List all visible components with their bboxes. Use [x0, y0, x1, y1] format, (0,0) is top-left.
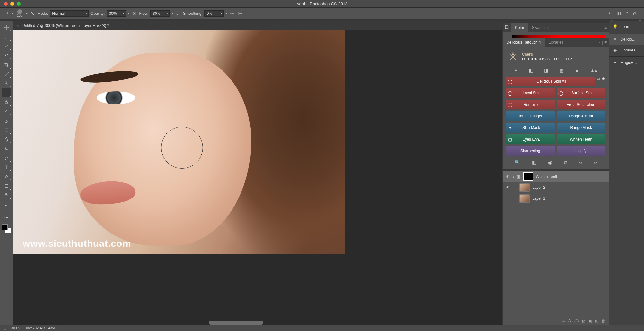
magicr-panel-item[interactable]: ✦MagicR...	[609, 57, 644, 68]
libraries-tab[interactable]: Libraries	[545, 38, 567, 47]
status-arrow-icon[interactable]: ›	[59, 326, 61, 330]
color-swatches[interactable]	[2, 224, 11, 233]
link-layers-icon[interactable]: ⇔	[562, 319, 565, 323]
dr-people-icon[interactable]: ▲▴	[590, 68, 597, 73]
dr-next-icon[interactable]: ››	[594, 160, 597, 165]
layer-mask-icon[interactable]: ◯	[574, 319, 579, 323]
layer-name[interactable]: Layer 1	[532, 196, 545, 201]
blur-tool[interactable]	[2, 135, 11, 143]
flow-input[interactable]: 30%	[150, 10, 170, 17]
dr-zoom-icon[interactable]: 🔍	[514, 160, 520, 165]
layer-expand-icon[interactable]: ›	[513, 174, 514, 179]
layer-name[interactable]: Layer 2	[532, 185, 545, 190]
tone-changer-button[interactable]: Tone Changer	[506, 111, 555, 121]
type-tool[interactable]	[2, 163, 11, 171]
path-select-tool[interactable]	[2, 172, 11, 181]
brush-tool-selected[interactable]	[2, 88, 11, 97]
dr-menu-icon[interactable]: ›› | ≡	[599, 40, 607, 45]
delicious-skin-button[interactable]: ◯Delicious Skin v4	[506, 77, 595, 86]
delete-layer-icon[interactable]: 🗑	[601, 319, 605, 323]
clone-stamp-tool[interactable]	[2, 98, 11, 106]
dr-layers-icon[interactable]: ⧉	[564, 160, 567, 165]
layer-thumb[interactable]	[519, 183, 530, 192]
adjustment-layer-icon[interactable]: ◐	[582, 319, 585, 323]
color-panel-icon[interactable]	[503, 25, 511, 30]
pressure-size-icon[interactable]	[237, 11, 243, 16]
eyedropper-tool[interactable]	[2, 70, 11, 78]
dodge-burn-button[interactable]: Dodge & Burn	[557, 111, 606, 121]
color-ramp[interactable]	[512, 35, 605, 38]
layer-mask-thumb[interactable]	[523, 172, 533, 181]
tool-preset-dropdown[interactable]: ▾	[12, 12, 13, 15]
layer-visibility-icon[interactable]: 👁	[505, 185, 510, 190]
fullscreen-window-button[interactable]	[17, 2, 21, 6]
smoothing-input[interactable]: 0%	[204, 10, 224, 17]
range-mask-button[interactable]: Range Mask	[557, 123, 606, 133]
brush-panel-icon[interactable]	[30, 11, 35, 16]
eraser-tool[interactable]	[2, 116, 11, 125]
liquify-button[interactable]: Liquify	[557, 146, 606, 156]
panel-menu-icon[interactable]: ≡	[604, 25, 607, 30]
zoom-level[interactable]: 300%	[11, 326, 20, 330]
skin-mask-button[interactable]: ✦Skin Mask	[506, 123, 555, 133]
dr-compare-icon[interactable]: ◧	[532, 160, 536, 165]
skin-settings-icon[interactable]: ⚙	[602, 77, 605, 86]
lasso-tool[interactable]	[2, 42, 11, 50]
dr-prev-icon[interactable]: ‹‹	[579, 160, 582, 165]
freq-separation-button[interactable]: Freq. Separation	[557, 100, 606, 109]
canvas-viewport[interactable]: www.sieuthuthuat.com	[13, 30, 502, 325]
libraries-panel-item[interactable]: ◉Libraries	[609, 45, 644, 56]
search-icon[interactable]	[606, 11, 611, 16]
healing-tool[interactable]	[2, 79, 11, 87]
share-icon[interactable]	[632, 11, 638, 16]
new-group-icon[interactable]: ▣	[588, 319, 592, 323]
airbrush-icon[interactable]	[175, 11, 181, 16]
pressure-opacity-icon[interactable]	[131, 11, 137, 16]
history-brush-tool[interactable]	[2, 107, 11, 115]
layer-name[interactable]: Whiten Teeth	[536, 174, 558, 179]
minimize-window-button[interactable]	[10, 2, 14, 6]
shape-tool[interactable]	[2, 182, 11, 190]
collapse-strip-left[interactable]: ‹‹ ‹‹ ›› ‹‹	[0, 19, 644, 21]
gradient-tool[interactable]	[2, 126, 11, 134]
dodge-tool[interactable]	[2, 144, 11, 153]
crop-tool[interactable]	[2, 60, 11, 69]
zoom-tool[interactable]	[2, 200, 11, 209]
brush-picker-dropdown[interactable]: ▾	[26, 12, 28, 15]
learn-panel-item[interactable]: 💡Learn	[609, 21, 644, 32]
blend-mode-select[interactable]: Normal	[50, 10, 89, 17]
layer-1[interactable]: Layer 1	[503, 193, 609, 204]
brush-preview[interactable]: 100	[15, 9, 24, 17]
remover-button[interactable]: ◯Remover	[506, 100, 555, 109]
local-smooth-button[interactable]: ◯Local Sm.	[506, 88, 555, 98]
smoothing-dropdown[interactable]: ▾	[226, 12, 227, 15]
dr-person-icon[interactable]: ▲	[574, 68, 579, 73]
close-window-button[interactable]	[4, 2, 8, 6]
foreground-color-swatch[interactable]	[2, 224, 8, 230]
layer-thumb[interactable]	[519, 194, 530, 203]
skin-copy-icon[interactable]: ⧉	[597, 77, 600, 86]
swatches-tab[interactable]: Swatches	[528, 23, 553, 32]
layer-whiten-teeth[interactable]: 👁 › ▣ Whiten Teeth	[503, 171, 609, 182]
opacity-dropdown[interactable]: ▾	[128, 12, 129, 15]
doc-size-label[interactable]: Doc: 732.4K/1.43M	[24, 326, 55, 330]
brush-tool-icon[interactable]	[4, 11, 10, 16]
opacity-input[interactable]: 30%	[107, 10, 126, 17]
quick-select-tool[interactable]	[2, 51, 11, 60]
delicio-panel-item[interactable]: ✕Delicio...	[609, 34, 644, 45]
layer-2[interactable]: 👁 Layer 2	[503, 182, 609, 193]
horizontal-scrollbar[interactable]	[209, 321, 263, 325]
marquee-tool[interactable]	[2, 32, 11, 41]
new-layer-icon[interactable]: ⊞	[595, 319, 598, 323]
whiten-teeth-button[interactable]: Whiten Teeth	[557, 134, 606, 144]
flow-dropdown[interactable]: ▾	[172, 12, 173, 15]
dr-preview-icon[interactable]: ◉	[548, 160, 552, 165]
dr-marquee-icon[interactable]: ▦	[559, 68, 564, 73]
dr-wand-icon[interactable]: ✦	[514, 68, 518, 73]
smoothing-options-icon[interactable]	[229, 11, 235, 16]
dr-clear-icon[interactable]: ◨	[544, 68, 548, 73]
document-tab[interactable]: × Untitled-7 @ 300% (Whiten Teeth, Layer…	[13, 21, 502, 30]
move-tool[interactable]	[2, 23, 11, 32]
pen-tool[interactable]	[2, 154, 11, 162]
layer-fx-icon[interactable]: fx	[568, 319, 571, 323]
